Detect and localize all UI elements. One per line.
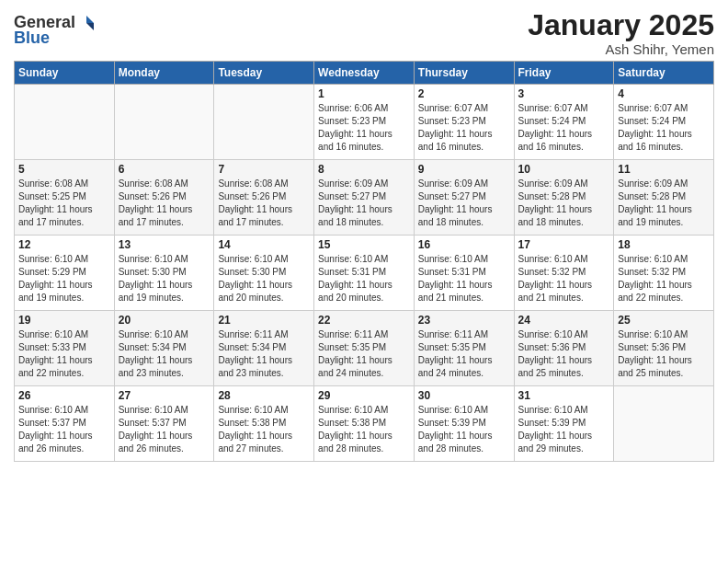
calendar-week-row: 12Sunrise: 6:10 AMSunset: 5:29 PMDayligh… bbox=[15, 236, 714, 311]
day-number: 9 bbox=[418, 163, 510, 176]
calendar-cell: 2Sunrise: 6:07 AMSunset: 5:23 PMDaylight… bbox=[414, 85, 514, 160]
day-number: 22 bbox=[318, 314, 410, 327]
calendar-cell: 14Sunrise: 6:10 AMSunset: 5:30 PMDayligh… bbox=[214, 236, 314, 311]
calendar-cell: 17Sunrise: 6:10 AMSunset: 5:32 PMDayligh… bbox=[514, 236, 614, 311]
calendar-cell: 10Sunrise: 6:09 AMSunset: 5:28 PMDayligh… bbox=[514, 160, 614, 236]
day-info: Sunrise: 6:06 AMSunset: 5:23 PMDaylight:… bbox=[318, 102, 410, 154]
logo: General Blue bbox=[14, 13, 96, 48]
calendar-cell: 8Sunrise: 6:09 AMSunset: 5:27 PMDaylight… bbox=[314, 160, 415, 236]
calendar-cell: 6Sunrise: 6:08 AMSunset: 5:26 PMDaylight… bbox=[114, 160, 214, 236]
day-number: 18 bbox=[618, 238, 710, 251]
day-info: Sunrise: 6:10 AMSunset: 5:37 PMDaylight:… bbox=[119, 404, 210, 455]
calendar-cell: 27Sunrise: 6:10 AMSunset: 5:37 PMDayligh… bbox=[114, 386, 214, 462]
header-tuesday: Tuesday bbox=[214, 62, 314, 85]
calendar-cell: 25Sunrise: 6:10 AMSunset: 5:36 PMDayligh… bbox=[614, 311, 714, 386]
calendar-cell bbox=[214, 85, 314, 160]
day-number: 19 bbox=[18, 314, 110, 327]
day-number: 6 bbox=[119, 163, 210, 176]
day-info: Sunrise: 6:10 AMSunset: 5:36 PMDaylight:… bbox=[518, 328, 610, 380]
day-info: Sunrise: 6:07 AMSunset: 5:23 PMDaylight:… bbox=[418, 102, 510, 154]
day-number: 30 bbox=[418, 389, 510, 402]
header-sunday: Sunday bbox=[15, 62, 115, 85]
logo-icon bbox=[77, 14, 96, 32]
calendar-table: Sunday Monday Tuesday Wednesday Thursday… bbox=[14, 61, 714, 462]
calendar-cell: 16Sunrise: 6:10 AMSunset: 5:31 PMDayligh… bbox=[414, 236, 514, 311]
day-info: Sunrise: 6:10 AMSunset: 5:32 PMDaylight:… bbox=[618, 253, 710, 304]
day-number: 23 bbox=[418, 314, 510, 327]
location-title: Ash Shihr, Yemen bbox=[528, 41, 714, 57]
day-number: 12 bbox=[18, 238, 110, 251]
calendar-cell: 23Sunrise: 6:11 AMSunset: 5:35 PMDayligh… bbox=[414, 311, 514, 386]
calendar-week-row: 19Sunrise: 6:10 AMSunset: 5:33 PMDayligh… bbox=[15, 311, 714, 386]
calendar-cell: 18Sunrise: 6:10 AMSunset: 5:32 PMDayligh… bbox=[614, 236, 714, 311]
day-info: Sunrise: 6:07 AMSunset: 5:24 PMDaylight:… bbox=[618, 102, 710, 154]
calendar-cell: 20Sunrise: 6:10 AMSunset: 5:34 PMDayligh… bbox=[114, 311, 214, 386]
day-info: Sunrise: 6:10 AMSunset: 5:30 PMDaylight:… bbox=[119, 253, 210, 304]
day-info: Sunrise: 6:10 AMSunset: 5:31 PMDaylight:… bbox=[318, 253, 410, 304]
day-number: 24 bbox=[518, 314, 610, 327]
calendar-cell: 21Sunrise: 6:11 AMSunset: 5:34 PMDayligh… bbox=[214, 311, 314, 386]
day-number: 15 bbox=[318, 238, 410, 251]
calendar-cell bbox=[114, 85, 214, 160]
header-thursday: Thursday bbox=[414, 62, 514, 85]
calendar-cell: 26Sunrise: 6:10 AMSunset: 5:37 PMDayligh… bbox=[15, 386, 115, 462]
day-info: Sunrise: 6:10 AMSunset: 5:38 PMDaylight:… bbox=[218, 404, 310, 455]
day-info: Sunrise: 6:10 AMSunset: 5:37 PMDaylight:… bbox=[18, 404, 110, 455]
day-info: Sunrise: 6:07 AMSunset: 5:24 PMDaylight:… bbox=[518, 102, 610, 154]
day-number: 4 bbox=[618, 87, 710, 100]
day-number: 5 bbox=[18, 163, 110, 176]
day-info: Sunrise: 6:11 AMSunset: 5:35 PMDaylight:… bbox=[418, 328, 510, 380]
day-info: Sunrise: 6:10 AMSunset: 5:33 PMDaylight:… bbox=[18, 328, 110, 380]
svg-marker-0 bbox=[86, 16, 94, 23]
calendar-cell: 30Sunrise: 6:10 AMSunset: 5:39 PMDayligh… bbox=[414, 386, 514, 462]
calendar-cell: 11Sunrise: 6:09 AMSunset: 5:28 PMDayligh… bbox=[614, 160, 714, 236]
day-number: 27 bbox=[119, 389, 210, 402]
day-number: 10 bbox=[518, 163, 610, 176]
calendar-week-row: 5Sunrise: 6:08 AMSunset: 5:25 PMDaylight… bbox=[15, 160, 714, 236]
calendar-cell: 5Sunrise: 6:08 AMSunset: 5:25 PMDaylight… bbox=[15, 160, 115, 236]
day-number: 3 bbox=[518, 87, 610, 100]
calendar-cell: 28Sunrise: 6:10 AMSunset: 5:38 PMDayligh… bbox=[214, 386, 314, 462]
day-info: Sunrise: 6:11 AMSunset: 5:34 PMDaylight:… bbox=[218, 328, 310, 380]
day-number: 1 bbox=[318, 87, 410, 100]
day-info: Sunrise: 6:10 AMSunset: 5:34 PMDaylight:… bbox=[119, 328, 210, 380]
day-number: 8 bbox=[318, 163, 410, 176]
day-info: Sunrise: 6:10 AMSunset: 5:39 PMDaylight:… bbox=[518, 404, 610, 455]
day-number: 31 bbox=[518, 389, 610, 402]
day-info: Sunrise: 6:09 AMSunset: 5:28 PMDaylight:… bbox=[618, 178, 710, 229]
calendar-cell: 31Sunrise: 6:10 AMSunset: 5:39 PMDayligh… bbox=[514, 386, 614, 462]
calendar-cell: 15Sunrise: 6:10 AMSunset: 5:31 PMDayligh… bbox=[314, 236, 415, 311]
day-info: Sunrise: 6:10 AMSunset: 5:31 PMDaylight:… bbox=[418, 253, 510, 304]
header-friday: Friday bbox=[514, 62, 614, 85]
header-wednesday: Wednesday bbox=[314, 62, 415, 85]
day-number: 11 bbox=[618, 163, 710, 176]
day-number: 26 bbox=[18, 389, 110, 402]
day-number: 13 bbox=[119, 238, 210, 251]
day-number: 16 bbox=[418, 238, 510, 251]
page-container: General Blue January 2025 Ash Shihr, Yem… bbox=[0, 0, 728, 471]
calendar-cell: 19Sunrise: 6:10 AMSunset: 5:33 PMDayligh… bbox=[15, 311, 115, 386]
calendar-cell: 24Sunrise: 6:10 AMSunset: 5:36 PMDayligh… bbox=[514, 311, 614, 386]
day-info: Sunrise: 6:10 AMSunset: 5:39 PMDaylight:… bbox=[418, 404, 510, 455]
day-info: Sunrise: 6:10 AMSunset: 5:32 PMDaylight:… bbox=[518, 253, 610, 304]
calendar-cell: 22Sunrise: 6:11 AMSunset: 5:35 PMDayligh… bbox=[314, 311, 415, 386]
day-info: Sunrise: 6:08 AMSunset: 5:26 PMDaylight:… bbox=[218, 178, 310, 229]
day-number: 21 bbox=[218, 314, 310, 327]
day-number: 7 bbox=[218, 163, 310, 176]
header-monday: Monday bbox=[114, 62, 214, 85]
day-info: Sunrise: 6:08 AMSunset: 5:25 PMDaylight:… bbox=[18, 178, 110, 229]
day-info: Sunrise: 6:10 AMSunset: 5:36 PMDaylight:… bbox=[618, 328, 710, 380]
calendar-cell bbox=[15, 85, 115, 160]
header: General Blue January 2025 Ash Shihr, Yem… bbox=[14, 9, 714, 57]
day-info: Sunrise: 6:10 AMSunset: 5:29 PMDaylight:… bbox=[18, 253, 110, 304]
calendar-cell: 4Sunrise: 6:07 AMSunset: 5:24 PMDaylight… bbox=[614, 85, 714, 160]
day-info: Sunrise: 6:09 AMSunset: 5:27 PMDaylight:… bbox=[318, 178, 410, 229]
calendar-week-row: 26Sunrise: 6:10 AMSunset: 5:37 PMDayligh… bbox=[15, 386, 714, 462]
calendar-cell: 29Sunrise: 6:10 AMSunset: 5:38 PMDayligh… bbox=[314, 386, 415, 462]
day-info: Sunrise: 6:08 AMSunset: 5:26 PMDaylight:… bbox=[119, 178, 210, 229]
calendar-cell: 3Sunrise: 6:07 AMSunset: 5:24 PMDaylight… bbox=[514, 85, 614, 160]
weekday-header-row: Sunday Monday Tuesday Wednesday Thursday… bbox=[15, 62, 714, 85]
day-info: Sunrise: 6:10 AMSunset: 5:30 PMDaylight:… bbox=[218, 253, 310, 304]
day-info: Sunrise: 6:09 AMSunset: 5:27 PMDaylight:… bbox=[418, 178, 510, 229]
calendar-week-row: 1Sunrise: 6:06 AMSunset: 5:23 PMDaylight… bbox=[15, 85, 714, 160]
